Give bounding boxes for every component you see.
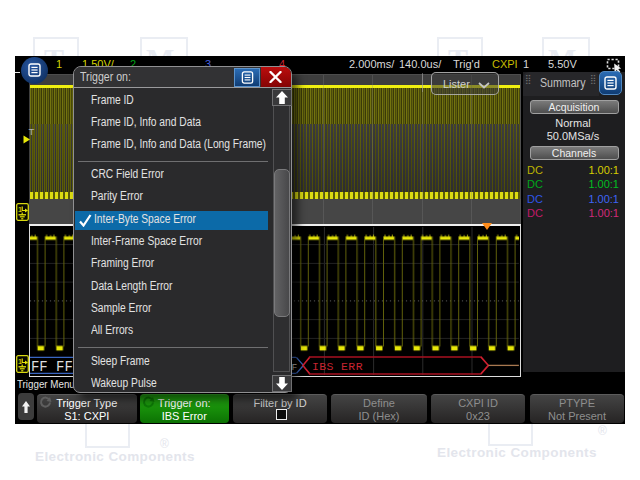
svg-text:IBS ERR: IBS ERR [312, 359, 363, 372]
svg-text:FF FF: FF FF [31, 358, 73, 374]
